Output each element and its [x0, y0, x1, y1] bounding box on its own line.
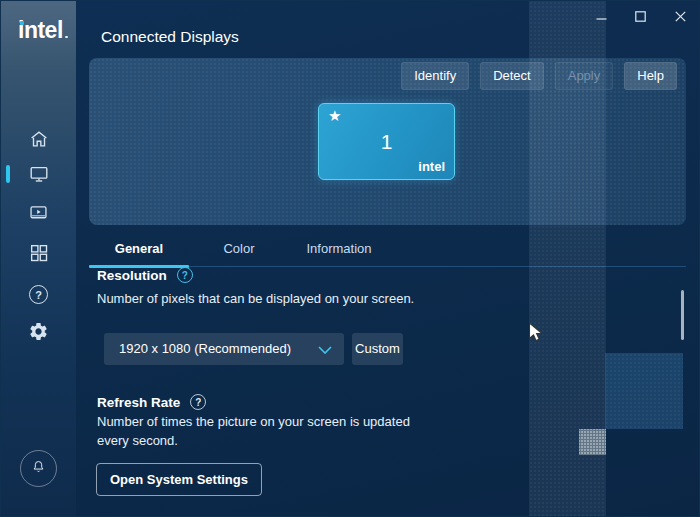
apply-button: Apply [555, 62, 614, 90]
refresh-rate-description: Number of times the picture on your scre… [97, 412, 445, 450]
tab-information-label: Information [306, 241, 371, 256]
scrollbar-thumb[interactable] [681, 290, 684, 340]
tab-general[interactable]: General [89, 232, 189, 266]
sidebar-item-apps[interactable] [25, 241, 52, 268]
tab-color[interactable]: Color [189, 232, 289, 266]
intel-logo-text: intel [18, 17, 63, 43]
close-icon [675, 8, 686, 26]
question-circle-icon: ? [29, 285, 48, 304]
sidebar-item-home[interactable] [25, 127, 52, 154]
refresh-rate-help-icon[interactable]: ? [190, 394, 206, 410]
gear-icon [28, 321, 49, 346]
settings-tabs: General Color Information [89, 232, 686, 267]
sidebar-item-settings[interactable] [25, 320, 52, 347]
tab-color-label: Color [223, 241, 254, 256]
acrylic-blue-square [605, 353, 683, 429]
display-icon [28, 163, 50, 189]
close-button[interactable] [669, 6, 691, 28]
sidebar-item-support[interactable]: ? [25, 281, 52, 308]
active-nav-indicator [6, 165, 10, 183]
mouse-cursor [528, 322, 547, 348]
intel-logo-blue-dot [20, 21, 24, 25]
primary-display-star-icon: ★ [328, 107, 341, 125]
display-toolbar: Identify Detect Apply Help [401, 62, 677, 90]
tab-information[interactable]: Information [289, 232, 389, 266]
monitor-brand-label: intel [418, 159, 445, 174]
resolution-help-icon[interactable]: ? [177, 267, 193, 283]
refresh-rate-title: Refresh Rate [97, 395, 180, 410]
custom-resolution-button[interactable]: Custom [352, 333, 403, 365]
monitor-number: 1 [319, 130, 454, 154]
resolution-dropdown-value: 1920 x 1080 (Recommended) [119, 341, 291, 356]
notifications-button[interactable] [20, 450, 57, 487]
resolution-title: Resolution [97, 268, 167, 283]
resolution-dropdown[interactable]: 1920 x 1080 (Recommended) [104, 333, 344, 365]
grid-icon [28, 242, 50, 268]
resolution-description: Number of pixels that can be displayed o… [97, 289, 414, 308]
open-system-settings-button[interactable]: Open System Settings [96, 463, 262, 496]
intel-logo-trademark-dot [65, 36, 68, 39]
sidebar: intel ? [1, 1, 76, 517]
app-window: intel ? [0, 0, 700, 517]
home-icon [28, 128, 50, 154]
detect-button[interactable]: Detect [480, 62, 544, 90]
sidebar-item-media[interactable] [25, 201, 52, 228]
maximize-button[interactable] [629, 6, 651, 28]
video-play-icon [28, 202, 49, 227]
refresh-rate-header: Refresh Rate ? [97, 394, 206, 410]
minimize-icon [596, 8, 607, 26]
maximize-icon [635, 8, 646, 26]
sidebar-item-displays[interactable] [25, 162, 52, 189]
minimize-button[interactable] [590, 6, 612, 28]
help-button[interactable]: Help [624, 62, 677, 90]
acrylic-gray-square [579, 429, 606, 455]
intel-logo: intel [18, 17, 63, 43]
monitor-tile-1[interactable]: ★ 1 intel [318, 103, 455, 180]
tab-general-label: General [115, 241, 163, 256]
display-arrangement-panel: Identify Detect Apply Help ★ 1 intel [89, 58, 686, 225]
page-title: Connected Displays [101, 28, 239, 46]
identify-button[interactable]: Identify [401, 62, 469, 90]
resolution-header: Resolution ? [97, 267, 193, 283]
bell-icon [30, 458, 47, 479]
